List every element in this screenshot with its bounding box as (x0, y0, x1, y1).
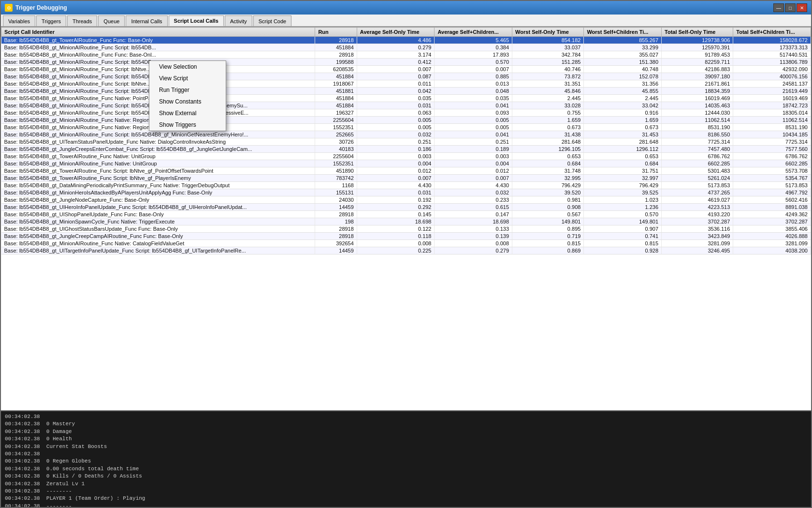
cell-5: 0.673 (584, 124, 662, 131)
col-header-0[interactable]: Script Call Identifier (1, 28, 315, 37)
cell-4: 0.653 (512, 153, 584, 160)
cell-7: 16019.469 (733, 95, 811, 102)
cell-4: 31.351 (512, 80, 584, 88)
table-container: Script Call IdentifierRunAverage Self-On… (1, 27, 811, 410)
table-scroll-wrapper[interactable]: Script Call IdentifierRunAverage Self-On… (1, 27, 811, 410)
table-row[interactable]: Base: lb554DB4B8_gt_MinionAIRoutine_Func… (1, 44, 811, 51)
table-row[interactable]: Base: lb554DB4B8_gt_MinionAIRoutine_Func… (1, 88, 811, 95)
context-menu-item-3[interactable]: Show Constants (149, 96, 226, 107)
cell-1: 392654 (315, 240, 357, 247)
log-line: 00:34:02.38 0 Mastery (5, 420, 807, 428)
log-line: 00:34:02.38 0 Regen Globes (5, 458, 807, 465)
cell-3: 17.893 (435, 51, 512, 59)
table-row[interactable]: Base: lb554DB4B8_gt_MinionAIRoutine_Func… (1, 109, 811, 117)
col-header-4[interactable]: Worst Self-Only Time (512, 28, 584, 37)
table-row[interactable]: Base: lb554DB4B8_gt_MinionAIRoutine_Func… (1, 240, 811, 247)
table-row[interactable]: Base: lb554DB4B8_gt_TowerAIRoutine_Func … (1, 167, 811, 175)
cell-1: 1918067 (315, 80, 357, 88)
col-header-3[interactable]: Average Self+Children... (435, 28, 512, 37)
cell-4: 149.801 (512, 218, 584, 225)
cell-6: 14035.463 (662, 102, 733, 109)
table-row[interactable]: Base: lb554DB4B8_gt_JungleNodeCapture_Fu… (1, 196, 811, 204)
tab-threads[interactable]: Threads (67, 15, 97, 26)
cell-2: 0.011 (357, 80, 435, 88)
table-row[interactable]: Base: lb554DB4B8_gt_MinionAIRoutine_Func… (1, 66, 811, 73)
context-menu-item-1[interactable]: View Script (149, 73, 226, 84)
table-row[interactable]: Base: lb554DB4B8_gt_MinionAIRoutine_Func… (1, 117, 811, 124)
cell-5: 796.429 (584, 182, 662, 189)
tab-bar: VariablesTriggersThreadsQueueInternal Ca… (1, 15, 811, 27)
minimize-button[interactable]: — (773, 3, 784, 12)
table-row[interactable]: Base: lb554DB4B8_gt_MinionAIRoutine_Func… (1, 59, 811, 66)
table-row[interactable]: Base: lb554DB4B8_gt_MinionAIRoutine_Func… (1, 51, 811, 59)
col-header-7[interactable]: Total Self+Children Ti... (733, 28, 811, 37)
table-row[interactable]: Base: lb554DB4B8_gt_MinionSpawnCycle_Fun… (1, 218, 811, 225)
context-menu-item-4[interactable]: Show External (149, 107, 226, 119)
cell-2: 0.145 (357, 211, 435, 218)
tab-script-code[interactable]: Script Code (253, 15, 291, 26)
table-row[interactable]: Base: lb554DB4B8_gt_TowerAIRoutine_Func … (1, 37, 811, 44)
table-row[interactable]: Base: lb554DB4B8_gt_JungleCreepCampAIRou… (1, 233, 811, 240)
tab-triggers[interactable]: Triggers (36, 15, 66, 26)
table-row[interactable]: Base: lb554DB4B8_gt_MinionAIRoutine_Func… (1, 73, 811, 80)
cell-6: 3246.495 (662, 247, 733, 254)
cell-7: 21619.449 (733, 88, 811, 95)
cell-2: 0.005 (357, 124, 435, 131)
table-row[interactable]: Base: lb554DB4B8_gt_MinionAIRoutine_Func… (1, 160, 811, 167)
tab-queue[interactable]: Queue (98, 15, 125, 26)
table-row[interactable]: Base: lb554DB4B8_gt_MinionAIRoutine_Func… (1, 131, 811, 138)
cell-6: 3702.287 (662, 218, 733, 225)
cell-4: 342.784 (512, 51, 584, 59)
cell-4: 0.895 (512, 225, 584, 233)
table-row[interactable]: Base: lb554DB4B8_gt_MinionAIRoutine_Func… (1, 124, 811, 131)
cell-4: 32.995 (512, 175, 584, 182)
cell-0: Base: lb554DB4B8_gt_MinionAIRoutine_Func… (1, 131, 315, 138)
cell-6: 4737.265 (662, 189, 733, 196)
cell-6: 6786.762 (662, 153, 733, 160)
cell-7: 18305.014 (733, 109, 811, 117)
cell-7: 400076.156 (733, 73, 811, 80)
table-row[interactable]: Base: lb554DB4B8_gt_UITeamStatusPanelUpd… (1, 138, 811, 146)
cell-2: 0.008 (357, 240, 435, 247)
tab-activity[interactable]: Activity (225, 15, 252, 26)
cell-4: 0.567 (512, 211, 584, 218)
context-menu-item-5[interactable]: Show Triggers (149, 119, 226, 131)
table-row[interactable]: Base: lb554DB4B8_gt_DataMiningPeriodical… (1, 182, 811, 189)
col-header-5[interactable]: Worst Self+Children Ti... (584, 28, 662, 37)
context-menu: View SelectionView ScriptRun TriggerShow… (149, 60, 226, 131)
col-header-6[interactable]: Total Self-Only Time (662, 28, 733, 37)
col-header-1[interactable]: Run (315, 28, 357, 37)
context-menu-item-0[interactable]: View Selection (149, 61, 226, 73)
tab-internal-calls[interactable]: Internal Calls (126, 15, 167, 26)
table-row[interactable]: Base: lb554DB4B8_gt_UIGhostStatusBarsUpd… (1, 225, 811, 233)
tab-variables[interactable]: Variables (3, 15, 35, 26)
table-row[interactable]: Base: lb554DB4B8_gt_MinionAIRoutine_Func… (1, 95, 811, 102)
table-row[interactable]: Base: lb554DB4B8_gt_UITargetInfoPanelUpd… (1, 247, 811, 254)
cell-6: 39097.180 (662, 73, 733, 80)
cell-3: 0.035 (435, 95, 512, 102)
table-row[interactable]: Base: lb554DB4B8_gt_TowerAIRoutine_Func … (1, 175, 811, 182)
cell-5: 149.801 (584, 218, 662, 225)
table-row[interactable]: Base: lb554DB4B8_gt_TowerAIRoutine_Func … (1, 153, 811, 160)
cell-7: 24581.137 (733, 80, 811, 88)
cell-1: 28918 (315, 211, 357, 218)
title-bar-left: ⚙ Trigger Debugging (5, 4, 67, 12)
table-row[interactable]: Base: lb554DB4B8_gt_MinionHeroIsAttacked… (1, 189, 811, 196)
close-button[interactable]: ✕ (797, 3, 807, 12)
table-row[interactable]: Base: lb554DB4B8_gt_UIHeroInfoPanelUpdat… (1, 204, 811, 211)
context-menu-item-2[interactable]: Run Trigger (149, 84, 226, 96)
tab-script-local-calls[interactable]: Script Local Calls (169, 15, 224, 26)
cell-4: 33.028 (512, 102, 584, 109)
cell-3: 0.615 (435, 204, 512, 211)
cell-6: 5301.483 (662, 167, 733, 175)
col-header-2[interactable]: Average Self-Only Time (357, 28, 435, 37)
cell-0: Base: lb554DB4B8_gt_UIShopPanelUpdate_Fu… (1, 211, 315, 218)
table-row[interactable]: Base: lb554DB4B8_gt_MinionAIRoutine_Func… (1, 80, 811, 88)
maximize-button[interactable]: □ (785, 3, 796, 12)
table-row[interactable]: Base: lb554DB4B8_gt_UIShopPanelUpdate_Fu… (1, 211, 811, 218)
log-area: 00:34:02.3800:34:02.38 0 Mastery00:34:02… (1, 410, 811, 507)
table-row[interactable]: Base: lb554DB4B8_gt_MinionAIRoutine_Func… (1, 102, 811, 109)
cell-3: 0.004 (435, 160, 512, 167)
table-row[interactable]: Base: lb554DB4B8_gt_JungleCreepsEnterCom… (1, 146, 811, 153)
cell-0: Base: lb554DB4B8_gt_MinionAIRoutine_Func… (1, 44, 315, 51)
